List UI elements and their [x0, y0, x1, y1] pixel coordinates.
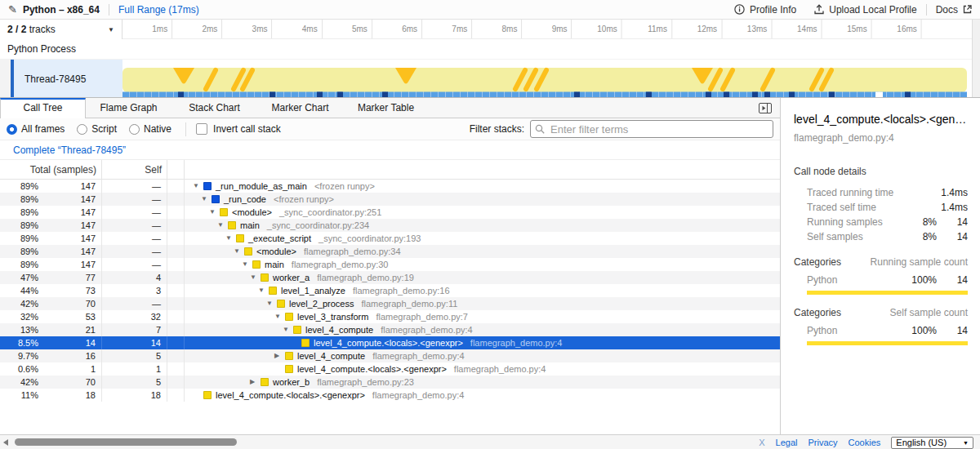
twisty-icon[interactable]: ▼ [234, 245, 242, 258]
row-spacer [167, 219, 185, 232]
call-tree-row[interactable]: 89% 147 — ▼ <module> flamegraph_demo.py:… [0, 245, 780, 258]
call-tree-row[interactable]: 8.5% 14 14 level_4_compute.<locals>.<gen… [0, 336, 780, 349]
row-total-samples: 147 [41, 180, 102, 193]
frame-category-icon [277, 300, 285, 308]
twisty-icon[interactable]: ▼ [217, 219, 225, 232]
upload-profile-button[interactable]: Upload Local Profile [814, 4, 916, 16]
row-spacer [167, 336, 185, 349]
tab-stack-chart[interactable]: Stack Chart [172, 98, 257, 118]
call-tree-row[interactable]: 0.6% 1 1 level_4_compute.<locals>.<genex… [0, 362, 780, 376]
category-bar-python [807, 341, 968, 345]
info-icon [734, 4, 745, 15]
sidebar-toggle-button[interactable] [759, 102, 772, 117]
thread-activity-graph[interactable] [122, 60, 972, 98]
twisty-icon[interactable]: ▶ [274, 349, 283, 362]
call-tree-controls: All framesScriptNative Invert call stack… [0, 118, 780, 140]
row-tree-cell: level_4_compute.<locals>.<genexpr> flame… [185, 362, 780, 376]
full-range-link[interactable]: Full Range (17ms) [118, 4, 199, 16]
call-tree-row[interactable]: 13% 21 7 ▼ level_4_compute flamegraph_de… [0, 323, 780, 336]
twisty-icon[interactable]: ▼ [242, 258, 250, 271]
row-function-name: level_4_compute [305, 323, 373, 336]
header-divider [109, 4, 109, 16]
call-tree-row[interactable]: 89% 147 — ▼ <module> _sync_coordinator.p… [0, 206, 780, 219]
twisty-icon[interactable]: ▶ [250, 376, 258, 389]
legal-link[interactable]: Legal [776, 438, 798, 447]
language-select[interactable]: English (US) ▼ [891, 437, 973, 449]
tracks-dropdown-button[interactable]: 2 / 2 tracks ▼ [0, 20, 122, 39]
frame-category-icon [212, 195, 220, 203]
call-tree-rows: 89% 147 — ▼ _run_module_as_main <frozen … [0, 180, 780, 402]
column-header-self[interactable]: Self [102, 160, 167, 179]
call-tree-row[interactable]: 42% 70 5 ▶ worker_b flamegraph_demo.py:2… [0, 376, 780, 389]
call-tree-row[interactable]: 9.7% 16 5 ▶ level_4_compute flamegraph_d… [0, 349, 780, 362]
call-tree-row[interactable]: 89% 147 — ▼ _run_module_as_main <frozen … [0, 180, 780, 193]
row-file-location: flamegraph_demo.py:4 [372, 389, 465, 402]
column-header-total[interactable]: Total (samples) [0, 160, 102, 179]
row-function-name: main [240, 219, 260, 232]
row-total-samples: 147 [41, 219, 102, 232]
frame-category-icon [203, 391, 212, 399]
profile-info-button[interactable]: Profile Info [734, 4, 796, 16]
radio-script[interactable]: Script [77, 123, 117, 135]
twisty-icon[interactable]: ▼ [201, 193, 209, 206]
twisty-icon[interactable]: ▼ [193, 180, 201, 193]
tab-flame-graph[interactable]: Flame Graph [86, 98, 172, 118]
row-self-samples: 14 [102, 336, 167, 349]
twisty-icon[interactable]: ▼ [209, 206, 217, 219]
twisty-icon[interactable]: ▼ [250, 271, 258, 284]
controls-divider [185, 122, 186, 136]
filter-stacks-input[interactable] [530, 120, 773, 138]
call-tree-row[interactable]: 11% 18 18 level_4_compute.<locals>.<gene… [0, 389, 780, 402]
pencil-icon[interactable]: ✎ [8, 3, 17, 16]
radio-all-frames[interactable]: All frames [7, 123, 65, 135]
breadcrumb: Complete “Thread-78495” [0, 140, 780, 160]
call-tree-row[interactable]: 89% 147 — ▼ main flamegraph_demo.py:30 [0, 258, 780, 271]
row-spacer [167, 376, 185, 389]
frame-category-icon [285, 313, 293, 321]
twisty-icon[interactable]: ▼ [283, 323, 291, 336]
radio-native[interactable]: Native [129, 123, 172, 135]
call-tree-row[interactable]: 89% 147 — ▼ main _sync_coordinator.py:23… [0, 219, 780, 232]
tab-marker-table[interactable]: Marker Table [343, 98, 429, 118]
footer-dismiss-button[interactable]: X [759, 438, 764, 447]
ruler-tick: 12ms [697, 20, 722, 38]
row-file-location: flamegraph_demo.py:7 [376, 310, 468, 323]
profile-title[interactable]: Python – x86_64 [23, 4, 100, 16]
horizontal-scrollbar-thumb[interactable] [15, 438, 237, 446]
tracks-scrollbar[interactable] [972, 20, 980, 98]
call-tree-row[interactable]: 42% 70 — ▼ level_2_process flamegraph_de… [0, 297, 780, 310]
call-tree-row[interactable]: 89% 147 — ▼ _execute_script _sync_coordi… [0, 232, 780, 245]
invert-call-stack-checkbox[interactable]: Invert call stack [196, 123, 281, 135]
thread-track[interactable]: Thread-78495 [0, 60, 972, 98]
twisty-icon[interactable]: ▼ [274, 310, 283, 323]
tab-call-tree[interactable]: Call Tree [0, 98, 86, 118]
call-tree-row[interactable]: 44% 73 3 ▼ level_1_analyze flamegraph_de… [0, 284, 780, 297]
row-tree-cell: ▼ _run_code <frozen runpy> [185, 193, 780, 206]
frame-category-icon [203, 182, 212, 190]
call-tree-row[interactable]: 32% 53 32 ▼ level_3_transform flamegraph… [0, 310, 780, 323]
scroll-left-arrow-icon[interactable] [3, 439, 8, 446]
twisty-icon[interactable]: ▼ [258, 284, 266, 297]
main-panel: Call TreeFlame GraphStack ChartMarker Ch… [0, 98, 780, 434]
call-tree-row[interactable]: 89% 147 — ▼ _run_code <frozen runpy> [0, 193, 780, 206]
twisty-icon[interactable]: ▼ [225, 232, 234, 245]
table-header: Total (samples) Self [0, 160, 780, 180]
row-file-location: flamegraph_demo.py:4 [454, 362, 546, 376]
cookies-link[interactable]: Cookies [849, 438, 881, 447]
tab-marker-chart[interactable]: Marker Chart [257, 98, 343, 118]
docs-button[interactable]: Docs [936, 4, 972, 16]
row-total-pct: 8.5% [0, 336, 41, 349]
privacy-link[interactable]: Privacy [808, 438, 838, 447]
column-header-tree [185, 160, 780, 179]
process-track-header[interactable]: Python Process [0, 39, 972, 60]
ruler-tick: 7ms [452, 20, 472, 38]
breadcrumb-root-link[interactable]: Complete “Thread-78495” [13, 144, 126, 156]
row-function-name: worker_b [273, 376, 310, 389]
twisty-icon[interactable]: ▼ [266, 297, 274, 310]
thread-track-label[interactable]: Thread-78495 [14, 60, 122, 98]
row-total-samples: 14 [41, 336, 102, 349]
row-total-pct: 42% [0, 297, 41, 310]
ruler-tick: 13ms [747, 20, 772, 38]
call-tree-row[interactable]: 47% 77 4 ▼ worker_a flamegraph_demo.py:1… [0, 271, 780, 284]
row-self-samples: 32 [102, 310, 167, 323]
